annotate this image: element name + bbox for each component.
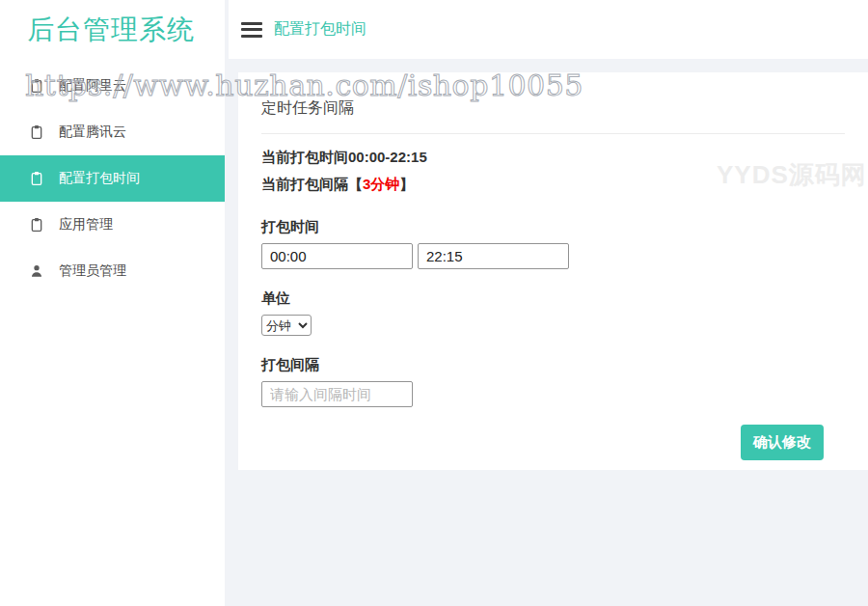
card-title: 定时任务间隔 <box>261 98 845 134</box>
sidebar-item-app-management[interactable]: 应用管理 <box>0 202 225 248</box>
clipboard-icon <box>29 124 44 140</box>
interval-suffix: 】 <box>399 176 414 192</box>
button-row: 确认修改 <box>261 425 845 460</box>
current-package-time-text: 当前打包时间00:00-22:15 <box>261 144 845 171</box>
app-title: 后台管理系统 <box>0 0 225 60</box>
time-start-input[interactable] <box>261 243 413 269</box>
user-icon <box>29 263 44 279</box>
sidebar-item-tencent-config[interactable]: 配置腾讯云 <box>0 109 225 155</box>
sidebar-item-label: 管理员管理 <box>59 262 126 280</box>
unit-label: 单位 <box>261 289 845 308</box>
interval-label: 打包间隔 <box>261 356 845 374</box>
clipboard-icon <box>29 171 44 186</box>
sidebar-item-aliyun-config[interactable]: 配置阿里云 <box>0 63 225 109</box>
settings-card: 定时任务间隔 当前打包时间00:00-22:15 当前打包间隔【3分钟】 打包时… <box>238 72 868 470</box>
time-inputs-row <box>261 243 845 269</box>
sidebar-item-label: 配置打包时间 <box>59 170 140 187</box>
interval-value: 3分钟 <box>363 176 399 192</box>
sidebar-nav: 配置阿里云 配置腾讯云 配置打包时间 应用管理 管理员管理 <box>0 60 225 294</box>
sidebar-item-admin-management[interactable]: 管理员管理 <box>0 248 225 294</box>
current-status: 当前打包时间00:00-22:15 当前打包间隔【3分钟】 <box>261 144 845 198</box>
current-package-interval-text: 当前打包间隔【3分钟】 <box>261 171 845 198</box>
sidebar: 后台管理系统 配置阿里云 配置腾讯云 配置打包时间 应用管理 <box>0 0 225 606</box>
topbar: 配置打包时间 <box>229 0 868 59</box>
sidebar-item-label: 配置腾讯云 <box>59 124 126 141</box>
package-time-label: 打包时间 <box>261 218 845 236</box>
sidebar-item-label: 配置阿里云 <box>59 77 126 95</box>
clipboard-icon <box>29 78 44 94</box>
page-title: 配置打包时间 <box>274 19 366 40</box>
interval-prefix: 当前打包间隔【 <box>261 176 363 192</box>
unit-select[interactable]: 分钟 <box>261 315 312 336</box>
clipboard-icon <box>29 217 44 233</box>
interval-input[interactable] <box>261 381 413 407</box>
sidebar-item-package-time-config[interactable]: 配置打包时间 <box>0 155 225 202</box>
interval-input-row <box>261 381 845 407</box>
hamburger-icon[interactable] <box>241 22 262 38</box>
time-end-input[interactable] <box>418 243 569 269</box>
sidebar-item-label: 应用管理 <box>59 216 113 234</box>
confirm-modify-button[interactable]: 确认修改 <box>741 425 824 460</box>
